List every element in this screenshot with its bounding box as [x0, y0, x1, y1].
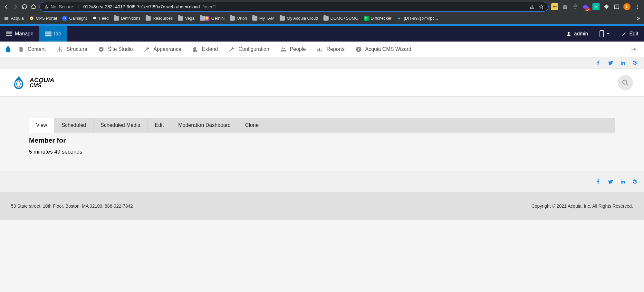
extensions-icon[interactable]: [603, 3, 610, 10]
toolbar-edit[interactable]: Edit: [616, 26, 644, 42]
star-icon[interactable]: [539, 4, 544, 9]
bookmark-vega[interactable]: Vega: [178, 16, 195, 21]
browser-toolbar: Not Secure | 012a8eea-282f-4017-90f5-7c1…: [0, 0, 644, 14]
toolbar-device[interactable]: [594, 26, 616, 42]
address-bar[interactable]: Not Secure | 012a8eea-282f-4017-90f5-7c1…: [39, 2, 549, 12]
toolbar-manage[interactable]: Manage: [0, 26, 39, 42]
ext-icon-1[interactable]: •••: [551, 3, 558, 10]
pinterest-icon[interactable]: [632, 60, 638, 65]
toolbar-edit-label: Edit: [629, 31, 638, 37]
bookmark-label: Gainsight: [69, 16, 87, 21]
share-icon[interactable]: [530, 4, 535, 9]
linkedin-icon[interactable]: [620, 60, 625, 65]
device-icon: [600, 30, 604, 37]
admin-extend[interactable]: Extend: [187, 42, 223, 57]
twitter-icon[interactable]: [608, 179, 613, 184]
bookmark-label: Definitions: [121, 16, 140, 21]
member-for-value: 5 minutes 49 seconds: [29, 149, 615, 155]
facebook-icon[interactable]: [596, 60, 601, 65]
people-icon: [280, 46, 287, 53]
tab-scheduled[interactable]: Scheduled: [54, 118, 93, 133]
toolbar-ide[interactable]: Ide: [39, 26, 67, 42]
svg-point-35: [623, 80, 627, 84]
tab-moderation[interactable]: Moderation Dashboard: [171, 118, 238, 133]
bookmark-acquia[interactable]: Acquia: [4, 16, 24, 21]
bookmark-definitions[interactable]: Definitions: [114, 16, 140, 21]
site-brand[interactable]: ACQUIA CMS: [11, 75, 54, 90]
bookmark-orion[interactable]: Orion: [230, 16, 247, 21]
admin-content[interactable]: Content: [12, 42, 51, 57]
admin-label: Extend: [202, 46, 218, 52]
admin-label: Appearance: [153, 46, 181, 52]
svg-rect-27: [621, 62, 622, 65]
back-button[interactable]: [3, 4, 10, 10]
bookmark-label: Diffchecker: [371, 16, 392, 21]
drupal-logo-icon[interactable]: [4, 45, 12, 53]
tab-clone[interactable]: Clone: [238, 118, 266, 133]
footer-address: 53 State street, 10th Floor, Boston, MA …: [11, 203, 133, 209]
collapse-icon: [630, 46, 636, 52]
linkedin-icon[interactable]: [620, 179, 625, 184]
admin-sitestudio[interactable]: Site Studio: [92, 42, 138, 57]
forward-button[interactable]: [12, 4, 19, 10]
bookmark-mytam[interactable]: My TAM: [252, 16, 274, 21]
bookmarks-overflow[interactable]: »: [637, 15, 640, 22]
twitter-icon[interactable]: [608, 60, 613, 65]
svg-point-28: [621, 61, 622, 62]
bookmark-feed[interactable]: 💬Feed: [92, 16, 109, 21]
ext-icon-check[interactable]: [592, 3, 600, 10]
admin-wizard[interactable]: ? Acquia CMS Wizard: [350, 42, 417, 57]
bookmark-ops[interactable]: 🧭OPS Portal: [29, 16, 57, 21]
browser-chrome: Not Secure | 012a8eea-282f-4017-90f5-7c1…: [0, 0, 644, 24]
admin-appearance[interactable]: Appearance: [138, 42, 186, 57]
bookmark-gainsight[interactable]: GGainsight: [62, 16, 87, 21]
ext-icon-camera[interactable]: [562, 3, 569, 10]
bookmark-dit897[interactable]: ◆[DIT-897] xmlrpc...: [397, 16, 438, 21]
acquia-logo-icon: [11, 75, 26, 90]
chrome-actions: ••• 14 L: [551, 3, 641, 10]
tabs: View Scheduled Scheduled Media Edit Mode…: [29, 118, 615, 133]
bookmark-gemini[interactable]: ♊Gemini: [200, 16, 225, 21]
profile-avatar[interactable]: L: [623, 3, 630, 10]
file-icon: [17, 46, 24, 53]
bookmark-diffchecker[interactable]: DDiffchecker: [364, 16, 392, 21]
tab-scheduled-media[interactable]: Scheduled Media: [93, 118, 148, 133]
footer-bottom: 53 State street, 10th Floor, Boston, MA …: [0, 192, 644, 220]
toolbar-user[interactable]: admin: [560, 26, 594, 42]
admin-label: Acquia CMS Wizard: [365, 46, 411, 52]
admin-collapse[interactable]: [625, 46, 642, 52]
admin-label: Reports: [326, 46, 344, 52]
search-icon: [622, 79, 629, 86]
panel-icon[interactable]: [613, 3, 620, 10]
svg-point-2: [564, 6, 566, 8]
wrench-icon: [143, 46, 150, 53]
tab-view[interactable]: View: [29, 118, 54, 133]
admin-configuration[interactable]: Configuration: [223, 42, 274, 57]
facebook-icon[interactable]: [596, 179, 601, 184]
url-path: /user/1: [202, 4, 216, 9]
tabs-remainder: [266, 118, 615, 133]
bookmark-resources[interactable]: Resources: [146, 16, 173, 21]
bookmarks-bar: Acquia 🧭OPS Portal GGainsight 💬Feed Defi…: [0, 14, 644, 24]
menu-dots-icon[interactable]: [634, 3, 641, 10]
bookmark-myacquia[interactable]: My Acquia Cloud: [280, 16, 318, 21]
brand-text: ACQUIA CMS: [30, 77, 54, 88]
ext-icon-recycle[interactable]: [572, 3, 579, 10]
ext-icon-cloud[interactable]: 14: [582, 3, 589, 10]
svg-point-19: [284, 48, 285, 49]
svg-rect-9: [5, 17, 8, 20]
pinterest-icon[interactable]: [632, 179, 638, 184]
admin-structure[interactable]: Structure: [51, 42, 92, 57]
admin-menu: Content Structure Site Studio Appearance…: [0, 42, 644, 57]
reload-button[interactable]: [21, 4, 28, 10]
search-button[interactable]: [618, 75, 633, 90]
tab-edit[interactable]: Edit: [148, 118, 171, 133]
bookmark-domo[interactable]: DOMO+SUMO: [323, 16, 359, 21]
admin-people[interactable]: People: [274, 42, 311, 57]
svg-point-13: [57, 51, 58, 52]
home-button[interactable]: [30, 4, 37, 10]
svg-point-15: [61, 51, 62, 52]
svg-line-36: [626, 84, 628, 86]
admin-reports[interactable]: Reports: [311, 42, 350, 57]
structure-icon: [56, 46, 63, 53]
